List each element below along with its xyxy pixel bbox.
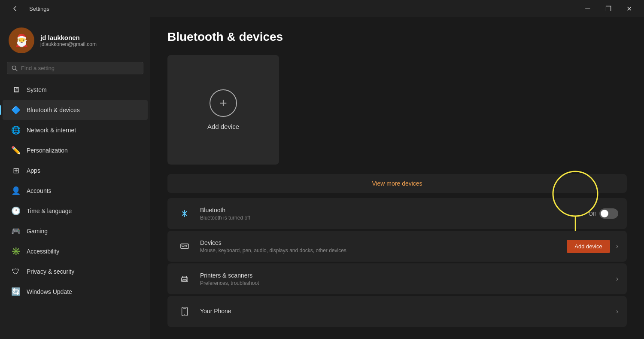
svg-line-1	[15, 69, 17, 71]
printers-icon	[176, 270, 193, 287]
bluetooth-right: Off	[589, 208, 618, 219]
time-nav-label: Time & language	[27, 208, 72, 214]
network-nav-label: Network & internet	[27, 127, 76, 134]
printers-chevron: ›	[616, 275, 618, 283]
bluetooth-nav-icon: 🔷	[11, 105, 21, 115]
printers-subtitle: Preferences, troubleshoot	[200, 280, 616, 286]
add-device-card-label: Add device	[207, 123, 239, 130]
titlebar-controls: ─ ❐ ✕	[578, 2, 639, 15]
apps-nav-label: Apps	[27, 167, 40, 174]
sidebar-item-bluetooth[interactable]: 🔷Bluetooth & devices	[3, 100, 148, 120]
bluetooth-subtitle: Bluetooth is turned off	[200, 215, 589, 221]
accounts-nav-icon: 👤	[11, 186, 21, 195]
minimize-button[interactable]: ─	[578, 2, 598, 15]
devices-row[interactable]: Devices Mouse, keyboard, pen, audio, dis…	[167, 231, 627, 262]
titlebar: Settings ─ ❐ ✕	[0, 0, 644, 17]
time-nav-icon: 🕐	[11, 206, 21, 216]
bluetooth-toggle-label: Off	[589, 211, 596, 217]
phone-chevron: ›	[616, 308, 618, 315]
bluetooth-toggle[interactable]	[599, 208, 618, 219]
network-nav-icon: 🌐	[11, 125, 21, 135]
phone-row[interactable]: Your Phone ›	[167, 296, 627, 327]
user-info: jd laukkonen jdlaukkonen@gmail.com	[40, 34, 97, 47]
app-layout: 🎅 jd laukkonen jdlaukkonen@gmail.com 🖥Sy…	[0, 17, 644, 339]
devices-title: Devices	[200, 239, 567, 246]
accessibility-nav-icon: ✳️	[11, 247, 21, 256]
bluetooth-row[interactable]: Bluetooth Bluetooth is turned off Off	[167, 198, 627, 229]
view-more-link[interactable]: View more devices	[167, 174, 627, 193]
privacy-nav-label: Privacy & security	[27, 268, 74, 275]
gaming-nav-icon: 🎮	[11, 226, 21, 236]
sidebar-item-system[interactable]: 🖥System	[3, 80, 148, 100]
devices-chevron: ›	[616, 242, 618, 250]
user-email: jdlaukkonen@gmail.com	[40, 41, 97, 47]
personalization-nav-label: Personalization	[27, 147, 68, 154]
sidebar-item-apps[interactable]: ⊞Apps	[3, 161, 148, 180]
system-nav-label: System	[27, 86, 47, 93]
sidebar-item-privacy[interactable]: 🛡Privacy & security	[3, 262, 148, 281]
add-circle-icon: +	[210, 89, 237, 117]
sidebar-item-accessibility[interactable]: ✳️Accessibility	[3, 241, 148, 261]
bluetooth-icon	[176, 205, 193, 222]
printers-row[interactable]: Printers & scanners Preferences, trouble…	[167, 263, 627, 294]
privacy-nav-icon: 🛡	[11, 267, 21, 276]
devices-icon	[176, 238, 193, 255]
bluetooth-toggle-track	[599, 208, 618, 219]
search-container	[0, 62, 150, 79]
sidebar-item-time[interactable]: 🕐Time & language	[3, 201, 148, 221]
devices-text: Devices Mouse, keyboard, pen, audio, dis…	[200, 239, 567, 253]
printers-title: Printers & scanners	[200, 272, 616, 279]
printers-text: Printers & scanners Preferences, trouble…	[200, 272, 616, 286]
apps-nav-icon: ⊞	[11, 166, 21, 175]
gaming-nav-label: Gaming	[27, 228, 48, 235]
phone-title: Your Phone	[200, 308, 616, 315]
close-button[interactable]: ✕	[619, 2, 639, 15]
phone-text: Your Phone	[200, 308, 616, 316]
svg-point-7	[185, 245, 187, 247]
phone-icon	[176, 303, 193, 320]
page-title: Bluetooth & devices	[167, 30, 627, 44]
titlebar-left: Settings	[5, 2, 49, 15]
sidebar-item-accounts[interactable]: 👤Accounts	[3, 181, 148, 201]
personalization-nav-icon: ✏️	[11, 146, 21, 155]
sidebar-nav: 🖥System🔷Bluetooth & devices🌐Network & in…	[0, 79, 150, 302]
user-name: jd laukkonen	[40, 34, 97, 41]
sidebar: 🎅 jd laukkonen jdlaukkonen@gmail.com 🖥Sy…	[0, 17, 150, 339]
system-nav-icon: 🖥	[11, 85, 21, 95]
avatar: 🎅	[9, 27, 34, 53]
bluetooth-toggle-container: Off	[589, 208, 618, 219]
titlebar-title: Settings	[29, 6, 49, 12]
phone-right: ›	[616, 308, 618, 315]
accessibility-nav-label: Accessibility	[27, 248, 59, 255]
sidebar-item-gaming[interactable]: 🎮Gaming	[3, 221, 148, 241]
accounts-nav-label: Accounts	[27, 187, 52, 194]
svg-point-10	[186, 278, 187, 279]
sidebar-item-update[interactable]: 🔄Windows Update	[3, 282, 148, 302]
add-device-card[interactable]: + Add device	[167, 55, 279, 165]
maximize-button[interactable]: ❐	[598, 2, 618, 15]
update-nav-icon: 🔄	[11, 287, 21, 296]
add-device-button[interactable]: Add device	[567, 240, 610, 253]
devices-subtitle: Mouse, keyboard, pen, audio, displays an…	[200, 247, 567, 253]
search-icon	[12, 65, 18, 71]
user-profile[interactable]: 🎅 jd laukkonen jdlaukkonen@gmail.com	[0, 17, 150, 62]
search-input[interactable]	[21, 65, 139, 71]
svg-rect-6	[182, 245, 185, 247]
svg-rect-9	[182, 280, 186, 281]
update-nav-label: Windows Update	[27, 288, 72, 295]
main-content: Bluetooth & devices + Add device View mo…	[150, 17, 644, 339]
back-button[interactable]	[5, 2, 25, 15]
search-box	[7, 62, 143, 74]
bluetooth-text: Bluetooth Bluetooth is turned off	[200, 207, 589, 221]
devices-right: Add device ›	[567, 240, 618, 253]
bluetooth-title: Bluetooth	[200, 207, 589, 214]
printers-right: ›	[616, 275, 618, 283]
add-device-section: + Add device	[167, 55, 627, 169]
svg-point-12	[184, 314, 185, 315]
bluetooth-toggle-thumb	[601, 210, 608, 217]
bluetooth-nav-label: Bluetooth & devices	[27, 107, 80, 113]
sidebar-item-network[interactable]: 🌐Network & internet	[3, 120, 148, 140]
sidebar-item-personalization[interactable]: ✏️Personalization	[3, 140, 148, 160]
